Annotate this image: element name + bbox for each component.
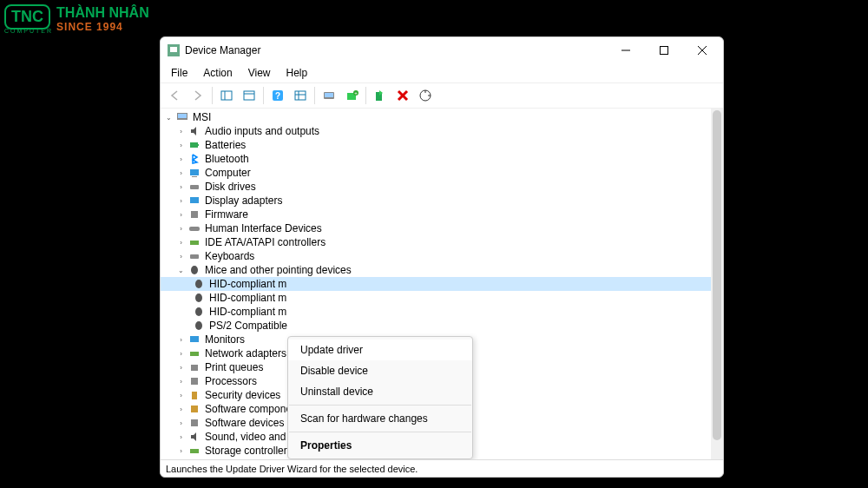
tree-item-mice[interactable]: ⌄Mice and other pointing devices	[161, 263, 711, 277]
tree-label: Human Interface Devices	[205, 222, 322, 234]
mouse-icon	[192, 292, 206, 304]
expand-icon[interactable]: ›	[176, 363, 186, 373]
printer-icon	[187, 361, 201, 373]
tree-item[interactable]: ›Audio inputs and outputs	[161, 124, 711, 138]
expand-icon[interactable]: ›	[176, 432, 186, 442]
expand-icon[interactable]: ›	[176, 419, 186, 428]
tree-item[interactable]: ›Human Interface Devices	[161, 221, 711, 235]
forward-button[interactable]	[187, 85, 208, 106]
svg-rect-33	[189, 227, 200, 231]
expand-icon[interactable]: ›	[176, 446, 186, 456]
expand-icon[interactable]: ›	[176, 127, 186, 136]
tree-item[interactable]: ›Display adapters	[161, 194, 711, 208]
tree-label: Bluetooth	[205, 153, 249, 165]
tree-item[interactable]: ›Keyboards	[161, 249, 711, 263]
svg-text:+: +	[354, 90, 358, 96]
tree-item[interactable]: ›Bluetooth	[161, 152, 711, 166]
update-driver-button[interactable]: +	[341, 85, 362, 106]
expand-icon[interactable]: ›	[176, 377, 186, 386]
expand-icon[interactable]: ›	[176, 252, 186, 261]
svg-rect-12	[295, 91, 306, 100]
menu-action[interactable]: Action	[196, 65, 239, 81]
battery-icon	[187, 139, 201, 151]
tree-label: Display adapters	[205, 195, 282, 207]
tree-item[interactable]: ›IDE ATA/ATAPI controllers	[161, 235, 711, 249]
mouse-icon	[192, 320, 206, 332]
menu-file[interactable]: File	[164, 65, 194, 81]
ctx-disable-device[interactable]: Disable device	[288, 360, 472, 381]
tree-root[interactable]: ⌄ MSI	[161, 110, 711, 124]
svg-rect-8	[244, 91, 254, 100]
tree-label: System devices	[205, 458, 278, 459]
svg-text:?: ?	[275, 91, 280, 101]
tree-label: Print queues	[205, 361, 263, 373]
ctx-update-driver[interactable]: Update driver	[288, 340, 472, 360]
menu-help[interactable]: Help	[279, 65, 315, 81]
tree-item-hid-mouse[interactable]: HID-compliant m	[161, 277, 711, 291]
svg-rect-48	[190, 449, 199, 453]
tree-label: Mice and other pointing devices	[205, 264, 352, 276]
context-menu: Update driver Disable device Uninstall d…	[287, 336, 473, 459]
tree-label: PS/2 Compatible	[209, 320, 287, 332]
minimize-button[interactable]	[607, 38, 645, 63]
expand-icon[interactable]: ›	[176, 182, 186, 192]
tree-label: Network adapters	[205, 347, 286, 359]
svg-rect-44	[191, 378, 198, 385]
svg-rect-41	[190, 336, 199, 342]
expand-icon[interactable]: ›	[176, 155, 186, 164]
collapse-icon[interactable]: ⌄	[164, 113, 174, 122]
menu-view[interactable]: View	[241, 65, 278, 81]
menu-bar: File Action View Help	[161, 63, 723, 82]
expand-icon[interactable]: ›	[176, 168, 186, 178]
expand-icon[interactable]: ›	[176, 141, 186, 150]
sound-icon	[187, 431, 201, 443]
expand-icon[interactable]: ›	[176, 224, 186, 234]
cpu-icon	[187, 375, 201, 387]
svg-rect-29	[192, 176, 197, 177]
details-button[interactable]	[415, 85, 436, 106]
logo-computer: COMPUTER	[4, 28, 53, 34]
enable-button[interactable]	[370, 85, 391, 106]
tree-item[interactable]: ›Computer	[161, 166, 711, 180]
ctx-uninstall-device[interactable]: Uninstall device	[288, 381, 472, 402]
expand-icon[interactable]: ›	[176, 391, 186, 400]
scrollbar-thumb[interactable]	[713, 110, 721, 440]
tree-item[interactable]: ›Disk drives	[161, 180, 711, 194]
logo-box: TNC	[4, 4, 50, 30]
close-button[interactable]	[683, 38, 721, 63]
ctx-properties[interactable]: Properties	[288, 435, 472, 456]
svg-rect-42	[190, 352, 199, 356]
tree-item-hid-mouse[interactable]: HID-compliant m	[161, 305, 711, 319]
expand-icon[interactable]: ›	[176, 349, 186, 359]
svg-point-37	[195, 280, 202, 288]
tree-label: Audio inputs and outputs	[205, 125, 319, 137]
tree-item[interactable]: ›Firmware	[161, 208, 711, 221]
svg-rect-35	[190, 254, 199, 259]
expand-icon[interactable]: ›	[176, 196, 186, 206]
svg-rect-26	[190, 142, 198, 148]
scan-button[interactable]	[319, 85, 339, 106]
expand-icon[interactable]: ›	[176, 335, 186, 345]
tree-item-ps2-mouse[interactable]: PS/2 Compatible	[161, 319, 711, 333]
maximize-button[interactable]	[645, 38, 683, 63]
tree-item-hid-mouse[interactable]: HID-compliant m	[161, 291, 711, 305]
expand-icon[interactable]: ›	[176, 238, 186, 247]
uninstall-button[interactable]	[392, 85, 413, 106]
ctx-scan-hardware[interactable]: Scan for hardware changes	[288, 408, 472, 429]
tree-item[interactable]: ›Batteries	[161, 138, 711, 152]
titlebar[interactable]: Device Manager	[161, 37, 723, 63]
help-button[interactable]: ?	[267, 85, 288, 106]
action-button[interactable]	[290, 85, 311, 106]
show-hide-tree-button[interactable]	[216, 85, 237, 106]
toolbar: ? +	[161, 82, 723, 109]
tree-label: Batteries	[205, 139, 246, 151]
collapse-icon[interactable]: ⌄	[176, 266, 186, 275]
expand-icon[interactable]: ›	[176, 210, 186, 220]
vertical-scrollbar[interactable]	[711, 109, 723, 459]
properties-button[interactable]	[239, 85, 260, 106]
storage-icon	[187, 445, 201, 457]
svg-rect-45	[192, 392, 197, 399]
expand-icon[interactable]: ›	[176, 405, 186, 414]
back-button[interactable]	[165, 85, 186, 106]
tree-label: Storage controllers	[205, 445, 293, 457]
